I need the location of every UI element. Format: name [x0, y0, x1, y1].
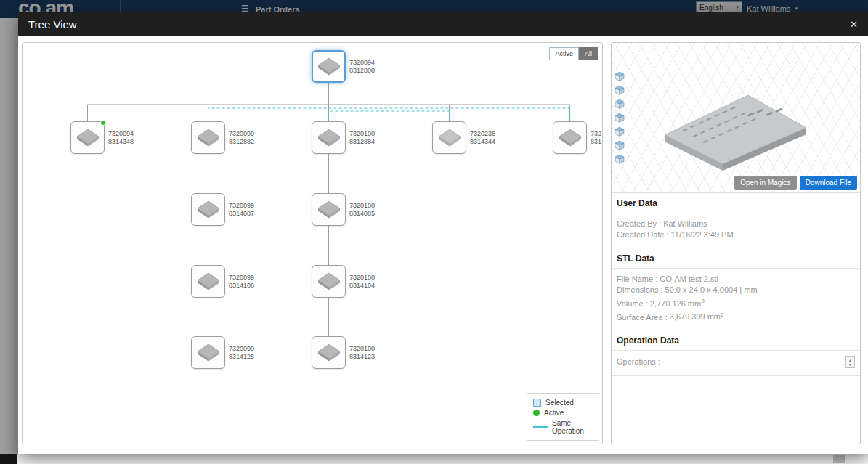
tree-node[interactable]: 7320099 8314106: [191, 265, 254, 298]
unit-exponent: 3: [701, 298, 704, 304]
part-node-box[interactable]: [312, 121, 346, 154]
tree-node[interactable]: 7320100 8312884: [312, 121, 375, 154]
part-plate-icon: [317, 272, 341, 291]
part-plate-icon: [317, 128, 341, 147]
part-node-box[interactable]: [191, 336, 225, 369]
field-label: Volume :: [617, 299, 648, 308]
filter-all-button[interactable]: All: [579, 47, 598, 60]
part-node-labels: 7320099 8314125: [229, 345, 254, 361]
field-label: Surface Area :: [617, 312, 668, 321]
build-number: 8314087: [229, 210, 254, 218]
part-number: 7320100: [349, 130, 375, 138]
unit-exponent: 2: [721, 312, 723, 318]
tree-panel: Active All: [22, 42, 603, 444]
part-plate-icon: [196, 200, 221, 219]
tree-node-root[interactable]: 7320094 8312808: [312, 50, 375, 83]
view-cube-icon[interactable]: [614, 153, 625, 165]
build-number: 8314104: [349, 282, 375, 290]
tree-filter-toggle: Active All: [549, 47, 598, 60]
view-cube-icon[interactable]: [614, 98, 625, 110]
view-cube-icon[interactable]: [614, 126, 625, 137]
selected-swatch-icon: [533, 399, 541, 407]
tree-node[interactable]: 7320100 8314123: [312, 336, 375, 369]
tree-node[interactable]: 7320094 8314348: [70, 121, 134, 154]
part-node-box[interactable]: [312, 336, 346, 369]
field-value: CO-AM test 2.stl: [660, 274, 718, 283]
part-node-labels: 7320094 8312808: [349, 59, 375, 75]
modal-header: Tree View ✕: [18, 12, 868, 36]
legend-row-selected: Selected: [533, 399, 593, 407]
part-number: 7320099: [229, 274, 254, 282]
part-plate-icon: [76, 128, 100, 147]
part-node-labels: 7320100 8314104: [349, 274, 375, 290]
view-cube-icon[interactable]: [614, 70, 625, 82]
tree-node[interactable]: 732 831: [553, 121, 601, 154]
part-node-box[interactable]: [553, 121, 587, 154]
part-node-box-selected[interactable]: [312, 50, 346, 83]
tree-legend: Selected Active Same Operation: [527, 393, 599, 441]
legend-label: Active: [544, 409, 564, 417]
legend-row-active: Active: [533, 409, 593, 417]
close-icon[interactable]: ✕: [850, 19, 858, 30]
3d-viewer[interactable]: Open in Magics Download File: [612, 43, 860, 193]
active-indicator-dot: [100, 120, 106, 126]
modal-body: Active All: [18, 36, 868, 454]
part-node-box[interactable]: [191, 121, 225, 154]
download-file-button[interactable]: Download File: [800, 176, 857, 190]
part-plate-icon: [437, 128, 462, 147]
bottom-left-corner: [0, 454, 17, 464]
volume-row: Volume :2,770.126 mm3: [617, 296, 855, 309]
part-number: 7320099: [229, 202, 254, 210]
part-node-box[interactable]: [312, 265, 346, 298]
field-value: 2,770.126 mm: [650, 299, 701, 308]
filter-active-button[interactable]: Active: [549, 47, 579, 60]
operation-data-section: Operations : ▴ ▾: [612, 351, 860, 376]
legend-label: Same Operation: [552, 419, 593, 435]
tree-node[interactable]: 7320100 8314104: [312, 265, 375, 298]
tree-connectors: [23, 43, 602, 444]
build-number: 8314106: [229, 282, 254, 290]
part-node-labels: 7320099 8312882: [229, 130, 254, 146]
same-operation-lines: [208, 108, 570, 120]
part-plate-icon: [196, 272, 221, 291]
dimensions-row: Dimensions :50.0 x 24.0 x 4.0004 | mm: [617, 285, 855, 296]
part-node-box[interactable]: [191, 193, 225, 226]
surface-area-row: Surface Area :3,679.399 mm2: [617, 309, 855, 323]
stl-model-preview: [612, 43, 860, 193]
build-number: 8312884: [349, 138, 375, 146]
build-number: 8314348: [108, 138, 134, 146]
open-in-magics-button[interactable]: Open in Magics: [734, 176, 796, 190]
tree-node[interactable]: 7320099 8314087: [191, 193, 254, 226]
tree-node[interactable]: 7320238 8314344: [432, 121, 495, 154]
stl-data-header: STL Data: [612, 248, 860, 269]
user-data-section: Created By :Kat Williams Created Date :1…: [612, 213, 860, 248]
tree-node[interactable]: 7320099 8312882: [191, 121, 254, 154]
tree-node[interactable]: 7320100 8314085: [312, 193, 375, 226]
created-by-row: Created By :Kat Williams: [617, 219, 855, 229]
part-node-labels: 7320100 8314085: [349, 202, 375, 218]
operations-stepper[interactable]: ▴ ▾: [845, 356, 855, 368]
part-node-box[interactable]: [70, 121, 105, 154]
horizontal-scrollbar: [0, 454, 868, 464]
build-number: 8314344: [470, 138, 495, 146]
field-label: Dimensions :: [617, 285, 663, 294]
part-number: 7320238: [470, 130, 495, 138]
legend-label: Selected: [545, 399, 574, 407]
field-value: 11/16/22 3:49 PM: [671, 230, 734, 239]
tree-node[interactable]: 7320099 8314125: [191, 336, 254, 369]
part-number: 7320099: [229, 345, 254, 353]
view-cube-icon[interactable]: [614, 139, 625, 151]
part-node-labels: 7320100 8312884: [349, 130, 375, 146]
horizontal-scrollbar-thumb[interactable]: [833, 455, 845, 463]
field-value: 3,679.399 mm: [670, 312, 721, 321]
user-data-header: User Data: [612, 193, 860, 213]
view-cube-icon[interactable]: [614, 84, 625, 96]
view-cube-icon[interactable]: [614, 112, 625, 123]
part-number: 7320094: [108, 130, 134, 138]
part-node-box[interactable]: [312, 193, 346, 226]
part-node-box[interactable]: [191, 265, 225, 298]
part-number: 7320100: [349, 274, 375, 282]
spinner-down-icon[interactable]: ▾: [849, 362, 851, 367]
part-node-box[interactable]: [432, 121, 466, 154]
details-panel: Open in Magics Download File User Data C…: [611, 42, 861, 444]
